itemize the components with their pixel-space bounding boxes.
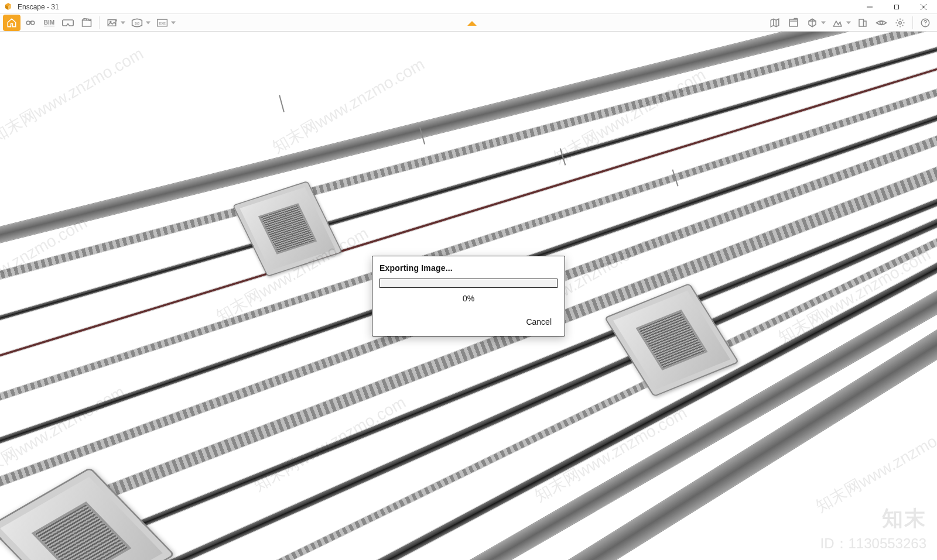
svg-point-11 <box>880 21 883 24</box>
chevron-down-icon <box>846 21 851 24</box>
svg-text:360: 360 <box>135 21 140 25</box>
export-panorama-button[interactable]: 360 <box>128 15 146 31</box>
chevron-down-icon <box>121 21 125 24</box>
vr-button[interactable] <box>59 15 77 31</box>
dialog-title: Exporting Image... <box>379 263 558 273</box>
collapse-toolbar-caret[interactable] <box>467 21 477 26</box>
window-close-button[interactable] <box>910 0 937 13</box>
bim-mode-button[interactable]: BIM <box>40 15 58 31</box>
svg-rect-0 <box>895 5 899 9</box>
view-management-button[interactable] <box>873 15 890 31</box>
home-button[interactable] <box>3 15 20 31</box>
minimap-button[interactable] <box>766 15 784 31</box>
section-button[interactable] <box>854 15 871 31</box>
export-exe-button[interactable]: EXE <box>153 15 171 31</box>
svg-text:EXE: EXE <box>159 21 166 25</box>
asset-library-button[interactable] <box>785 15 802 31</box>
video-button[interactable] <box>78 15 95 31</box>
svg-point-12 <box>899 21 902 24</box>
window-title: Enscape - 31 <box>16 3 60 11</box>
export-progress-percent: 0% <box>379 294 558 303</box>
render-style-button[interactable] <box>803 15 821 31</box>
toolbar-separator <box>912 16 913 29</box>
toolbar-separator <box>99 16 100 29</box>
export-image-button[interactable] <box>103 15 121 31</box>
window-maximize-button[interactable] <box>883 0 910 13</box>
sync-views-button[interactable] <box>22 15 39 31</box>
exporting-image-dialog: Exporting Image... 0% Cancel <box>372 256 565 336</box>
bim-label: BIM <box>44 19 54 26</box>
main-toolbar: BIM 360 EXE <box>0 14 937 32</box>
help-button[interactable] <box>917 15 934 31</box>
title-bar: Enscape - 31 <box>0 0 937 14</box>
svg-rect-3 <box>83 20 91 26</box>
chevron-down-icon <box>821 21 826 24</box>
svg-rect-9 <box>789 19 798 26</box>
app-icon <box>2 1 14 13</box>
svg-rect-10 <box>859 19 864 26</box>
window-minimize-button[interactable] <box>856 0 883 13</box>
chevron-down-icon <box>171 21 176 24</box>
cancel-button[interactable]: Cancel <box>520 314 558 330</box>
settings-button[interactable] <box>891 15 909 31</box>
render-viewport[interactable]: 知末网www.znzmo.com 知末网www.znzmo.com 知末网www… <box>0 32 937 560</box>
svg-point-14 <box>925 25 925 25</box>
export-progress-bar <box>379 279 558 288</box>
chevron-down-icon <box>146 21 151 24</box>
site-context-button[interactable] <box>829 15 846 31</box>
